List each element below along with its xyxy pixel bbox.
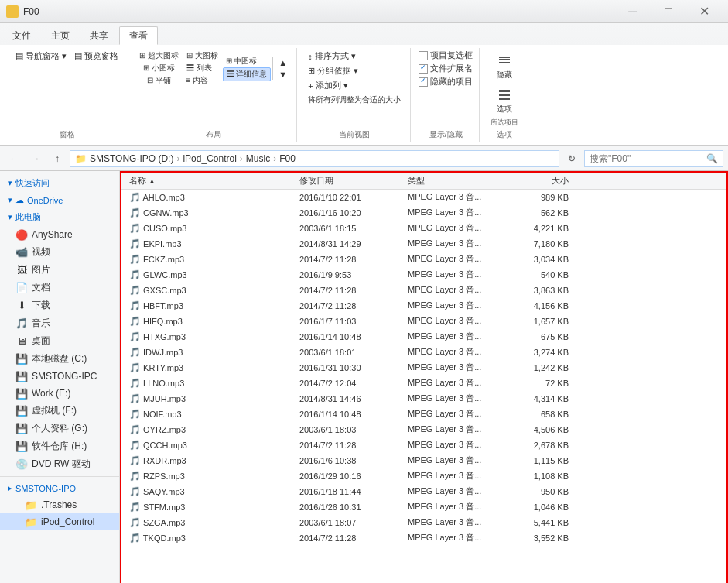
sidebar-item-documents[interactable]: 📄 文档 [0,279,119,297]
file-ext-checkbox[interactable] [419,64,428,74]
path-part-2[interactable]: Music [246,153,270,164]
sidebar-item-pictures[interactable]: 🖼 图片 [0,261,119,279]
table-row[interactable]: 🎵 STFM.mp3 2016/1/26 10:31 MPEG Layer 3 … [121,499,726,515]
pictures-icon: 🖼 [15,264,28,276]
col-header-size[interactable]: 大小 [511,173,573,189]
sidebar-section-thispc[interactable]: ▾ 此电脑 [0,208,119,226]
file-type-cell: MPEG Layer 3 音... [403,238,511,249]
sidebar-item-video[interactable]: 📹 视频 [0,243,119,261]
drive-c-icon: 💾 [15,353,28,365]
mp3-icon: 🎵 [129,455,141,466]
table-row[interactable]: 🎵 SZGA.mp3 2003/6/1 18:07 MPEG Layer 3 音… [121,515,726,530]
path-part-0[interactable]: SMSTONG-IPO (D:) [90,153,173,164]
mp3-icon: 🎵 [129,533,141,544]
hidden-items-checkbox[interactable] [419,77,428,87]
table-row[interactable]: 🎵 CUSO.mp3 2003/6/1 18:15 MPEG Layer 3 音… [121,221,726,236]
table-row[interactable]: 🎵 MJUH.mp3 2014/8/31 14:46 MPEG Layer 3 … [121,391,726,406]
file-size-cell: 4,156 KB [511,301,573,310]
sidebar-item-music[interactable]: 🎵 音乐 [0,314,119,332]
resize-columns-btn[interactable]: 将所有列调整为合适的大小 [305,94,404,106]
table-row[interactable]: 🎵 IDWJ.mp3 2003/6/1 18:01 MPEG Layer 3 音… [121,345,726,360]
col-header-type[interactable]: 类型 [403,173,511,189]
up-button[interactable]: ↑ [48,149,67,168]
table-row[interactable]: 🎵 FCKZ.mp3 2014/7/2 11:28 MPEG Layer 3 音… [121,252,726,267]
sidebar-item-ipod-control[interactable]: 📁 iPod_Control [0,513,119,530]
tab-home[interactable]: 主页 [42,26,79,45]
tile-btn[interactable]: ⊟ 平铺 [144,74,174,87]
table-row[interactable]: 🎵 HTXG.mp3 2016/1/14 10:48 MPEG Layer 3 … [121,329,726,345]
sidebar-section-onedrive[interactable]: ▾ ☁ OneDrive [0,192,119,208]
table-row[interactable]: 🎵 GXSC.mp3 2014/7/2 11:28 MPEG Layer 3 音… [121,283,726,298]
tab-file[interactable]: 文件 [3,26,40,45]
table-row[interactable]: 🎵 NOIF.mp3 2016/1/14 10:48 MPEG Layer 3 … [121,406,726,422]
table-row[interactable]: 🎵 AHLO.mp3 2016/1/10 22:01 MPEG Layer 3 … [121,190,726,205]
table-row[interactable]: 🎵 RZPS.mp3 2016/1/29 10:16 MPEG Layer 3 … [121,468,726,484]
path-part-3[interactable]: F00 [279,153,296,164]
sidebar-item-drive-c[interactable]: 💾 本地磁盘 (C:) [0,350,119,368]
file-type-cell: MPEG Layer 3 音... [403,284,511,296]
table-row[interactable]: 🎵 GLWC.mp3 2016/1/9 9:53 MPEG Layer 3 音.… [121,267,726,283]
item-checkbox-icon[interactable] [419,51,428,60]
list-btn[interactable]: ☰ 列表 [183,62,215,74]
layout-row1: ⊞ 超大图标 ⊞ 小图标 ⊟ 平铺 ⊞ 大图标 ☰ 列表 ≡ 内容 ⊞ 中图标 … [136,50,290,87]
sidebar-item-drive-e[interactable]: 💾 Work (E:) [0,385,119,402]
small-icon-btn[interactable]: ⊞ 小图标 [140,62,178,74]
sidebar-section-smstong-ipo[interactable]: ▸ SMSTONG-IPO [0,480,119,496]
refresh-button[interactable]: ↻ [562,149,581,168]
sidebar-item-drive-h[interactable]: 💾 软件仓库 (H:) [0,437,119,455]
col-header-date[interactable]: 修改日期 [295,173,403,189]
maximize-button[interactable]: □ [651,0,686,23]
table-row[interactable]: 🎵 HBFT.mp3 2014/7/2 11:28 MPEG Layer 3 音… [121,298,726,314]
address-path[interactable]: 📁 SMSTONG-IPO (D:) › iPod_Control › Musi… [70,150,559,167]
navigation-pane-btn[interactable]: ▤ 导航窗格 ▾ [12,50,70,63]
table-row[interactable]: 🎵 RXDR.mp3 2016/1/6 10:38 MPEG Layer 3 音… [121,453,726,468]
downloads-icon: ⬇ [15,300,28,312]
sidebar-item-dvd[interactable]: 💿 DVD RW 驱动 [0,455,119,473]
table-row[interactable]: 🎵 TKQD.mp3 2014/7/2 11:28 MPEG Layer 3 音… [121,530,726,546]
large-icon-btn[interactable]: ⊞ 大图标 [183,50,221,62]
preview-pane-btn[interactable]: ▤ 预览窗格 [71,50,121,63]
sidebar-item-drive-g[interactable]: 💾 个人资料 (G:) [0,420,119,437]
sidebar-item-drive-f[interactable]: 💾 虚拟机 (F:) [0,402,119,420]
details-btn[interactable]: ☰ 详细信息 [223,67,272,81]
sidebar-item-trashes[interactable]: 📁 .Trashes [0,496,119,513]
tab-view[interactable]: 查看 [119,26,158,45]
close-button[interactable]: ✕ [686,0,722,23]
file-name-cell: 🎵 QCCH.mp3 [125,440,295,451]
table-row[interactable]: 🎵 SAQY.mp3 2016/1/18 11:44 MPEG Layer 3 … [121,484,726,499]
sidebar-item-smstong-ipc[interactable]: 💾 SMSTONG-IPC [0,368,119,385]
svg-rect-3 [499,98,510,100]
table-row[interactable]: 🎵 LLNO.mp3 2014/7/2 12:04 MPEG Layer 3 音… [121,376,726,391]
col-header-name[interactable]: 名称 ▲ [125,173,295,189]
chevron-down-icon-qa: ▾ [8,178,12,188]
hide-btn[interactable]: 隐藏 [489,50,520,82]
add-column-btn[interactable]: + 添加列 ▾ [305,79,350,92]
sort-by-btn[interactable]: ↕ 排序方式 ▾ [305,50,359,63]
options-btn[interactable]: 选项 [489,84,520,116]
sidebar-section-quick-access[interactable]: ▾ 快速访问 [0,174,119,192]
options-icon [495,85,514,104]
scroll-up-btn[interactable]: ▲ [275,57,290,68]
file-name-cell: 🎵 GXSC.mp3 [125,285,295,296]
search-input[interactable] [590,153,703,164]
medium-icon-btn[interactable]: ⊞ 中图标 [223,55,261,67]
table-row[interactable]: 🎵 KRTY.mp3 2016/1/31 10:30 MPEG Layer 3 … [121,360,726,376]
table-row[interactable]: 🎵 OYRZ.mp3 2003/6/1 18:03 MPEG Layer 3 音… [121,422,726,437]
path-part-1[interactable]: iPod_Control [183,153,236,164]
extra-large-icon-btn[interactable]: ⊞ 超大图标 [136,50,182,62]
table-row[interactable]: 🎵 QCCH.mp3 2014/7/2 11:28 MPEG Layer 3 音… [121,437,726,453]
table-row[interactable]: 🎵 HIFQ.mp3 2016/1/7 11:03 MPEG Layer 3 音… [121,314,726,329]
minimize-button[interactable]: ─ [615,0,651,23]
sidebar-item-desktop[interactable]: 🖥 桌面 [0,332,119,350]
table-row[interactable]: 🎵 CGNW.mp3 2016/1/16 10:20 MPEG Layer 3 … [121,205,726,221]
table-row[interactable]: 🎵 EKPI.mp3 2014/8/31 14:29 MPEG Layer 3 … [121,236,726,252]
sidebar-item-downloads[interactable]: ⬇ 下载 [0,297,119,314]
address-bar: ← → ↑ 📁 SMSTONG-IPO (D:) › iPod_Control … [0,146,728,171]
content-btn[interactable]: ≡ 内容 [183,74,212,87]
panes-label: 窗格 [60,128,75,140]
sidebar-item-anyshare[interactable]: 🔴 AnyShare [0,226,119,243]
tab-share[interactable]: 共享 [80,26,118,45]
file-date-cell: 2016/1/16 10:20 [295,208,403,218]
group-by-btn[interactable]: ⊞ 分组依据 ▾ [305,64,361,77]
scroll-down-btn[interactable]: ▼ [275,69,290,80]
